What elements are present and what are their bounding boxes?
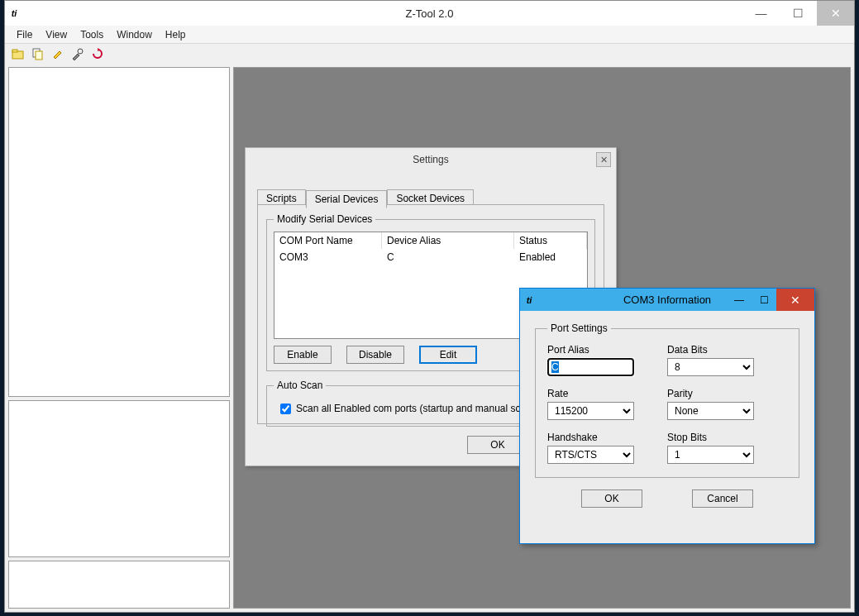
com-minimize-button[interactable]: — bbox=[727, 289, 752, 311]
com-title-text: COM3 Information bbox=[623, 294, 711, 306]
com-ok-button[interactable]: OK bbox=[581, 489, 642, 508]
port-settings-group: Port Settings Port Alias Rate 115200 Han… bbox=[535, 322, 799, 478]
bottom-panel[interactable] bbox=[8, 561, 230, 609]
autoscan-checkbox[interactable] bbox=[280, 404, 291, 414]
close-button[interactable]: ✕ bbox=[817, 1, 854, 26]
svg-rect-3 bbox=[36, 51, 42, 60]
menubar: File View Tools Window Help bbox=[5, 26, 854, 44]
settings-title-text: Settings bbox=[413, 154, 448, 165]
cell-alias: C bbox=[382, 249, 514, 265]
com-body: Port Settings Port Alias Rate 115200 Han… bbox=[520, 311, 814, 519]
copy-icon[interactable] bbox=[30, 45, 46, 62]
com-maximize-button[interactable]: ☐ bbox=[752, 289, 776, 311]
settings-titlebar[interactable]: Settings ✕ bbox=[246, 148, 616, 171]
left-panels bbox=[5, 64, 233, 612]
edit-button[interactable]: Edit bbox=[419, 346, 477, 364]
brush-icon[interactable] bbox=[50, 45, 66, 62]
com-close-button[interactable]: ✕ bbox=[776, 289, 814, 311]
cell-port-name: COM3 bbox=[274, 249, 382, 265]
settings-close-button[interactable]: ✕ bbox=[596, 152, 611, 167]
com-buttons: OK Cancel bbox=[535, 489, 799, 508]
refresh-icon[interactable] bbox=[89, 45, 106, 62]
com-cancel-button[interactable]: Cancel bbox=[692, 489, 753, 508]
svg-point-4 bbox=[78, 49, 83, 54]
toolbar bbox=[5, 44, 854, 64]
stopbits-label: Stop Bits bbox=[667, 432, 754, 443]
enable-button[interactable]: Enable bbox=[274, 346, 332, 364]
col-port-name[interactable]: COM Port Name bbox=[274, 232, 382, 249]
handshake-label: Handshake bbox=[547, 432, 634, 443]
minimize-button[interactable]: — bbox=[742, 1, 780, 26]
databits-select[interactable]: 8 bbox=[667, 358, 754, 376]
port-settings-legend: Port Settings bbox=[547, 322, 611, 334]
handshake-select[interactable]: RTS/CTS bbox=[547, 446, 634, 464]
middle-panel[interactable] bbox=[8, 400, 230, 557]
port-alias-label: Port Alias bbox=[547, 344, 634, 356]
disable-button[interactable]: Disable bbox=[346, 346, 404, 364]
menu-file[interactable]: File bbox=[10, 26, 39, 43]
com-info-dialog: ti COM3 Information — ☐ ✕ Port Settings … bbox=[519, 288, 815, 544]
parity-select[interactable]: None bbox=[667, 402, 754, 420]
port-alias-input[interactable] bbox=[547, 358, 634, 376]
app-icon: ti bbox=[5, 8, 23, 18]
parity-label: Parity bbox=[667, 388, 754, 399]
tree-panel[interactable] bbox=[8, 67, 230, 397]
col-device-alias[interactable]: Device Alias bbox=[382, 232, 514, 249]
col-status[interactable]: Status bbox=[514, 232, 587, 249]
table-row[interactable]: COM3 C Enabled bbox=[274, 249, 587, 265]
modify-legend: Modify Serial Devices bbox=[274, 213, 375, 225]
menu-tools[interactable]: Tools bbox=[74, 26, 110, 43]
databits-label: Data Bits bbox=[667, 344, 754, 356]
maximize-button[interactable]: ☐ bbox=[780, 1, 817, 26]
cell-status: Enabled bbox=[514, 249, 587, 265]
tab-serial-devices[interactable]: Serial Devices bbox=[306, 190, 388, 208]
rate-select[interactable]: 115200 bbox=[547, 402, 634, 420]
svg-rect-1 bbox=[12, 50, 17, 52]
rate-label: Rate bbox=[547, 388, 634, 399]
autoscan-legend: Auto Scan bbox=[274, 380, 326, 391]
tools-icon[interactable] bbox=[69, 45, 86, 62]
autoscan-label: Scan all Enabled com ports (startup and … bbox=[296, 403, 535, 414]
open-icon[interactable] bbox=[10, 45, 26, 62]
com-titlebar[interactable]: ti COM3 Information — ☐ ✕ bbox=[520, 289, 814, 311]
menu-help[interactable]: Help bbox=[159, 26, 193, 43]
menu-window[interactable]: Window bbox=[110, 26, 159, 43]
menu-view[interactable]: View bbox=[39, 26, 74, 43]
titlebar[interactable]: ti Z-Tool 2.0 — ☐ ✕ bbox=[5, 1, 854, 26]
stopbits-select[interactable]: 1 bbox=[667, 446, 754, 464]
com-icon: ti bbox=[520, 295, 538, 305]
listview-header: COM Port Name Device Alias Status bbox=[274, 232, 587, 249]
app-title: Z-Tool 2.0 bbox=[406, 7, 454, 20]
